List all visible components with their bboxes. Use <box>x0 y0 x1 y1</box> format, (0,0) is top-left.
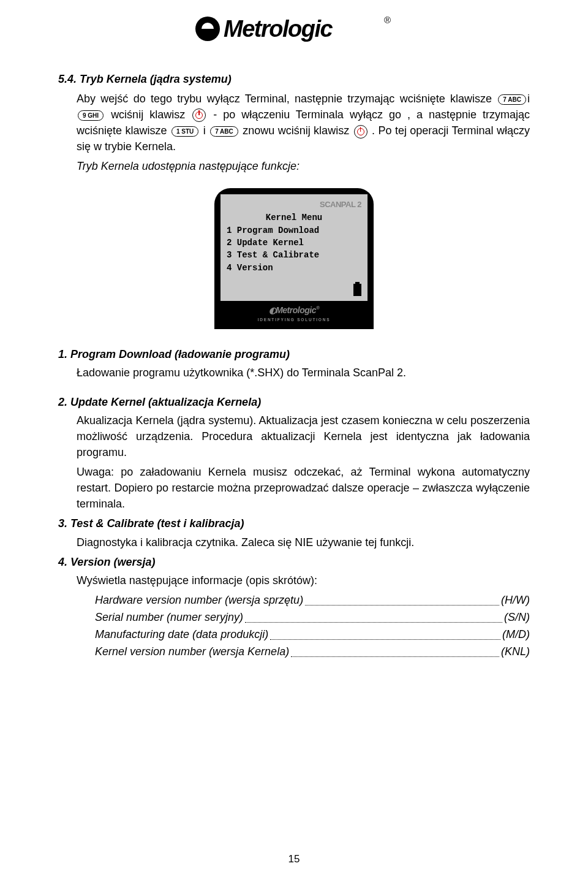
item-3-body: Diagnostyka i kalibracja czytnika. Zalec… <box>58 534 530 550</box>
item-3-body-text: Diagnostyka i kalibracja czytnika. Zalec… <box>77 534 530 550</box>
info-row-md: Manufacturing date (data produkcji) (M/D… <box>95 626 530 642</box>
item-3-title: Test & Calibrate (test i kalibracja) <box>70 517 244 530</box>
item-1-number: 1. <box>58 348 67 360</box>
intro-text-1b: i <box>527 93 530 105</box>
item-2-body-p1: Akualizacja Kernela (jądra systemu). Akt… <box>77 412 530 460</box>
item-1-title: Program Download (ładowanie programu) <box>70 348 290 360</box>
key-1stu: 1 STU <box>172 126 198 137</box>
battery-icon <box>353 284 361 296</box>
key-7abc-2: 7 ABC <box>210 126 238 137</box>
screen-line-3: 3 Test & Calibrate <box>227 249 361 261</box>
info-row-hw: Hardware version number (wersja sprzętu)… <box>95 592 530 608</box>
item-1: 1. Program Download (ładowanie programu)… <box>58 346 530 381</box>
info-code-sn: (S/N) <box>504 609 530 625</box>
dots <box>305 592 499 606</box>
power-key-icon-2 <box>354 125 368 139</box>
intro-text-2d: znowu wciśnij klawisz <box>243 124 349 137</box>
key-9ghi: 9 GHI <box>78 110 104 121</box>
page-number: 15 <box>0 853 588 865</box>
document-body: 5.4. Tryb Kernela (jądra systemu) Aby we… <box>0 47 588 659</box>
intro-functions-line: Tryb Kernela udostępnia następujące funk… <box>58 158 530 174</box>
item-2: 2. Update Kernel (aktualizacja Kernela) … <box>58 394 530 512</box>
info-label-md: Manufacturing date (data produkcji) <box>95 626 268 642</box>
info-code-hw: (H/W) <box>501 592 530 608</box>
svg-text:®: ® <box>384 15 391 25</box>
screen-brand: SCANPAL 2 <box>227 199 361 211</box>
intro-paragraph: Aby wejść do tego trybu wyłącz Terminal,… <box>58 91 530 154</box>
info-code-md: (M/D) <box>502 626 530 642</box>
screen-title: Kernel Menu <box>227 211 361 224</box>
item-4-number: 4. <box>58 556 67 568</box>
dots <box>245 609 502 623</box>
info-label-sn: Serial number (numer seryjny) <box>95 609 243 625</box>
info-code-knl: (KNL) <box>501 644 530 659</box>
metrologic-logo: Metrologic ® <box>193 13 395 44</box>
section-heading: 5.4. Tryb Kernela (jądra systemu) <box>58 71 530 87</box>
logo-text: Metrologic <box>224 16 333 42</box>
item-2-body: Akualizacja Kernela (jądra systemu). Akt… <box>58 412 530 512</box>
item-4: 4. Version (wersja) Wyświetla następując… <box>58 554 530 660</box>
brand-header: Metrologic ® <box>0 0 588 47</box>
intro-text-1a: Aby wejść do tego trybu wyłącz Terminal,… <box>77 93 492 105</box>
item-3: 3. Test & Calibrate (test i kalibracja) … <box>58 515 530 550</box>
dots <box>291 644 499 657</box>
dots <box>270 626 500 640</box>
item-2-number: 2. <box>58 396 67 408</box>
info-row-sn: Serial number (numer seryjny) (S/N) <box>95 609 530 625</box>
item-1-body-text: Ładowanie programu użytkownika (*.SHX) d… <box>77 367 406 379</box>
device-frame: SCANPAL 2 Kernel Menu 1 Program Download… <box>214 188 374 329</box>
info-label-knl: Kernel version number (wersja Kernela) <box>95 644 289 659</box>
item-4-body-text: Wyświetla następujące informacje (opis s… <box>77 572 530 588</box>
info-label-hw: Hardware version number (wersja sprzętu) <box>95 592 303 608</box>
power-key-icon <box>192 108 206 122</box>
screen-line-2: 2 Update Kernel <box>227 237 361 249</box>
item-2-title: Update Kernel (aktualizacja Kernela) <box>70 396 261 408</box>
screen-line-1: 1 Program Download <box>227 224 361 237</box>
key-7abc: 7 ABC <box>498 94 526 105</box>
item-2-body-p2: Uwaga: po załadowaniu Kernela musisz odc… <box>77 464 530 512</box>
item-3-number: 3. <box>58 517 67 530</box>
intro-text-2a: wciśnij klawisz <box>111 108 185 121</box>
info-row-knl: Kernel version number (wersja Kernela) (… <box>95 644 530 659</box>
item-4-title: Version (wersja) <box>70 556 155 568</box>
device-screen: SCANPAL 2 Kernel Menu 1 Program Download… <box>221 194 368 301</box>
intro-text-2c: i <box>203 124 206 137</box>
item-4-body: Wyświetla następujące informacje (opis s… <box>58 572 530 659</box>
item-1-body: Ładowanie programu użytkownika (*.SHX) d… <box>58 365 530 381</box>
info-list: Hardware version number (wersja sprzętu)… <box>77 592 530 659</box>
device-bottom-brand: ◐Metrologic® IDENTIFYING SOLUTIONS <box>221 301 368 329</box>
screen-line-4: 4 Version <box>227 262 361 274</box>
